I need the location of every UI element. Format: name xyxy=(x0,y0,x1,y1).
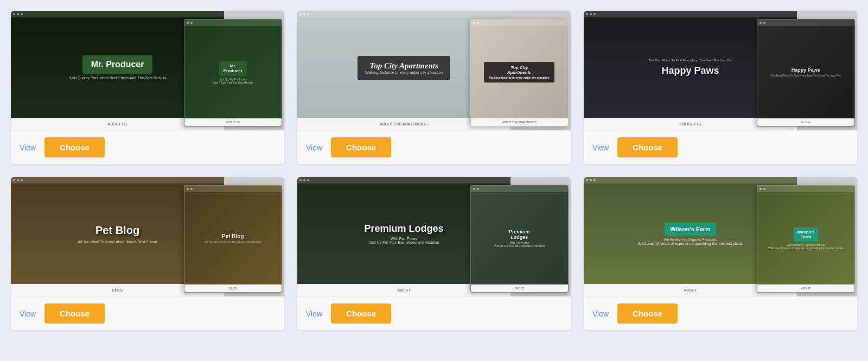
dot xyxy=(299,179,302,181)
footer-actions: View Choose xyxy=(592,137,848,157)
footer-actions: View Choose xyxy=(306,303,562,324)
hero-title: Mr. Producer xyxy=(82,55,153,74)
browser-bar xyxy=(584,11,797,17)
choose-button-luxury[interactable]: Choose xyxy=(331,137,391,157)
hero-subtitle: High Quality Production Best Prices And … xyxy=(69,76,167,80)
hero-subtitle: We Believe in Organic ProductsWith over … xyxy=(638,238,743,245)
mobile-hero-area: Pet Blog All You Want To Know About Man'… xyxy=(184,192,282,284)
card-preview-wilsons-farm: Wilson's Farm We Believe in Organic Prod… xyxy=(584,177,857,296)
browser-bar xyxy=(297,177,510,183)
browser-bar xyxy=(584,177,797,183)
browser-bar xyxy=(297,11,510,17)
view-button-wilsons-farm[interactable]: View xyxy=(592,309,609,318)
hero-title: Premium Lodges xyxy=(365,223,444,235)
hero-subtitle: Walking Distance to every major city att… xyxy=(365,71,443,74)
footer-actions: View Choose xyxy=(20,137,276,157)
dot xyxy=(593,179,596,181)
view-button-premium-lodges[interactable]: View xyxy=(306,309,322,318)
hero-pretext: The Best Place To Find Everything You Ne… xyxy=(648,59,732,62)
dot xyxy=(593,13,596,15)
mobile-screenshot-wilsons-farm: Wilson'sFarm We Believe in Organic Produ… xyxy=(757,185,855,293)
dot xyxy=(21,13,23,15)
dot xyxy=(760,188,762,190)
choose-button-wilsons-farm[interactable]: Choose xyxy=(617,303,678,324)
card-luxury-apartments: Top City Apartments Walking Distance to … xyxy=(297,11,571,164)
mobile-title: PremiumLodges xyxy=(509,229,530,240)
browser-bar xyxy=(11,11,224,17)
mobile-footer: ABOUT xyxy=(471,284,568,292)
dot xyxy=(473,188,475,190)
mobile-browser-bar xyxy=(471,186,568,192)
choose-button-premium-lodges[interactable]: Choose xyxy=(331,303,391,324)
mobile-screenshot-luxury: Top CityApartments Walking distance to e… xyxy=(470,19,569,126)
card-footer-premium-lodges: View Choose xyxy=(297,296,571,330)
mobile-browser-bar xyxy=(184,186,282,192)
mobile-title-box: Top CityApartments Walking distance to e… xyxy=(484,62,554,83)
view-button-mr-producer[interactable]: View xyxy=(20,143,36,152)
view-button-happy-paws[interactable]: View xyxy=(592,143,609,152)
mobile-footer: For Cats xyxy=(757,118,854,126)
footer-actions: View Choose xyxy=(592,303,848,324)
dot xyxy=(590,179,592,181)
dot xyxy=(303,179,305,181)
card-happy-paws: The Best Place To Find Everything You Ne… xyxy=(584,11,857,164)
mobile-subtitle: We Believe in Organic ProductsWith over … xyxy=(768,243,843,250)
hero-title: Top City Apartments xyxy=(365,61,443,71)
mobile-title: Happy Paws xyxy=(792,67,820,73)
dot xyxy=(187,22,189,24)
view-button-pet-blog[interactable]: View xyxy=(20,309,36,318)
mobile-hero-area: PremiumLodges With Fair PricesVisit Us F… xyxy=(471,192,568,284)
hero-subtitle: All You Want To Know About Man's Best Fr… xyxy=(78,240,157,244)
dot xyxy=(763,22,765,24)
mobile-screenshot-mr-producer: Mr.Producer High Quality ProductionBest … xyxy=(184,19,282,126)
mobile-footer: ABOUT US xyxy=(184,118,282,126)
card-premium-lodges: Premium Lodges With Fair PricesVisit Us … xyxy=(297,177,571,330)
dot xyxy=(190,22,193,24)
choose-button-pet-blog[interactable]: Choose xyxy=(44,303,105,324)
mobile-hero-area: Happy Paws The Best Place To Find Everyt… xyxy=(757,26,854,118)
mobile-hero-area: Mr.Producer High Quality ProductionBest … xyxy=(184,26,282,118)
mobile-title: Pet Blog xyxy=(222,233,244,239)
dot xyxy=(17,13,19,15)
mobile-subtitle: The Best Place To Find Everything You Ne… xyxy=(771,74,841,77)
dot xyxy=(473,22,475,24)
mobile-footer: ABOUT THE APARTMENTS xyxy=(471,118,568,126)
choose-button-mr-producer[interactable]: Choose xyxy=(44,137,105,157)
card-footer-luxury: View Choose xyxy=(297,130,571,164)
mobile-browser-bar xyxy=(757,20,854,26)
footer-actions: View Choose xyxy=(20,303,276,324)
hero-title: Wilson's Farm xyxy=(665,223,716,236)
dot xyxy=(17,179,19,181)
dot xyxy=(187,188,189,190)
card-footer-mr-producer: View Choose xyxy=(11,130,284,164)
dot xyxy=(303,13,305,15)
mobile-footer: BLOG xyxy=(184,284,282,292)
mobile-browser-bar xyxy=(184,20,282,26)
dot xyxy=(307,179,309,181)
mobile-subtitle: High Quality ProductionBest Prices And T… xyxy=(213,78,253,84)
card-preview-pet-blog: Pet Blog All You Want To Know About Man'… xyxy=(11,177,284,296)
mobile-title: Mr.Producer xyxy=(219,61,247,76)
view-button-luxury[interactable]: View xyxy=(306,143,322,152)
dot xyxy=(763,188,765,190)
card-wilsons-farm: Wilson's Farm We Believe in Organic Prod… xyxy=(584,177,857,330)
dot xyxy=(586,13,588,15)
mobile-screenshot-pet-blog: Pet Blog All You Want To Know About Man'… xyxy=(184,185,282,293)
choose-button-happy-paws[interactable]: Choose xyxy=(617,137,678,157)
mobile-browser-bar xyxy=(757,186,854,192)
card-footer-happy-paws: View Choose xyxy=(584,130,857,164)
card-preview-premium-lodges: Premium Lodges With Fair PricesVisit Us … xyxy=(297,177,571,296)
dot xyxy=(590,13,592,15)
card-footer-pet-blog: View Choose xyxy=(11,296,284,330)
dot xyxy=(299,13,302,15)
dot xyxy=(190,188,193,190)
mobile-footer: ABOUT xyxy=(757,284,854,292)
hero-box: Top City Apartments Walking Distance to … xyxy=(358,56,450,80)
hero-title: Pet Blog xyxy=(95,224,139,237)
card-pet-blog: Pet Blog All You Want To Know About Man'… xyxy=(11,177,284,330)
mobile-title: Wilson'sFarm xyxy=(794,227,818,242)
mobile-screenshot-happy-paws: Happy Paws The Best Place To Find Everyt… xyxy=(757,19,855,126)
mobile-hero-area: Wilson'sFarm We Believe in Organic Produ… xyxy=(757,192,854,284)
dot xyxy=(477,22,479,24)
hero-title: Happy Paws xyxy=(662,65,719,77)
